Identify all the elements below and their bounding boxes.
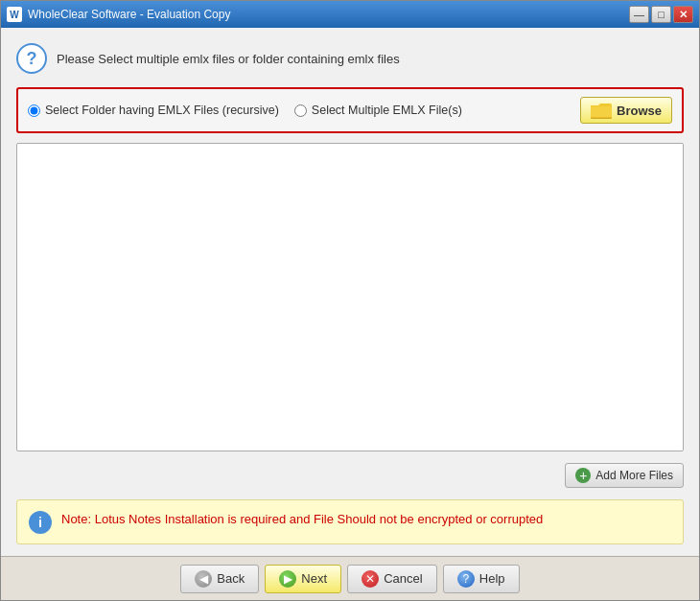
add-more-label: Add More Files xyxy=(595,469,673,482)
browse-label: Browse xyxy=(617,104,662,118)
next-label: Next xyxy=(301,571,327,586)
help-button[interactable]: ? Help xyxy=(443,565,520,593)
next-icon: ▶ xyxy=(279,570,296,588)
window-title: WholeClear Software - Evaluation Copy xyxy=(28,8,230,21)
cancel-button[interactable]: ✕ Cancel xyxy=(347,565,436,593)
svg-rect-3 xyxy=(591,106,612,117)
browse-button[interactable]: Browse xyxy=(580,97,672,124)
maximize-button[interactable]: □ xyxy=(651,6,671,23)
plus-icon: + xyxy=(575,468,591,483)
back-icon: ◀ xyxy=(195,570,212,588)
close-button[interactable]: ✕ xyxy=(673,6,693,23)
radio-folder-input[interactable] xyxy=(28,104,40,117)
bottom-bar: ◀ Back ▶ Next ✕ Cancel ? Help xyxy=(1,556,699,600)
header-row: ? Please Select multiple emlx files or f… xyxy=(16,39,684,78)
minimize-button[interactable]: — xyxy=(629,6,649,23)
help-icon: ? xyxy=(457,570,475,588)
back-label: Back xyxy=(217,571,245,586)
radio-files-option[interactable]: Select Multiple EMLX File(s) xyxy=(294,104,462,117)
back-button[interactable]: ◀ Back xyxy=(180,565,259,593)
selection-bar: Select Folder having EMLX Files (recursi… xyxy=(16,87,684,133)
window-controls: — □ ✕ xyxy=(629,6,693,23)
title-bar: W WholeClear Software - Evaluation Copy … xyxy=(1,1,699,28)
radio-files-input[interactable] xyxy=(294,104,307,117)
add-more-row: + Add More Files xyxy=(16,461,684,490)
help-label: Help xyxy=(479,571,505,586)
next-button[interactable]: ▶ Next xyxy=(265,565,341,593)
folder-icon xyxy=(591,102,612,119)
app-icon: W xyxy=(7,7,22,22)
header-text: Please Select multiple emlx files or fol… xyxy=(57,52,400,66)
radio-group: Select Folder having EMLX Files (recursi… xyxy=(28,104,565,117)
file-list-area[interactable] xyxy=(16,143,684,451)
content-area: ? Please Select multiple emlx files or f… xyxy=(1,28,699,556)
cancel-label: Cancel xyxy=(384,571,422,586)
note-text: Note: Lotus Notes Installation is requir… xyxy=(61,510,543,529)
main-window: W WholeClear Software - Evaluation Copy … xyxy=(0,0,700,601)
cancel-icon: ✕ xyxy=(362,570,379,588)
question-icon: ? xyxy=(16,43,47,74)
add-more-files-button[interactable]: + Add More Files xyxy=(565,463,684,488)
title-bar-left: W WholeClear Software - Evaluation Copy xyxy=(7,7,230,22)
radio-folder-option[interactable]: Select Folder having EMLX Files (recursi… xyxy=(28,104,279,117)
radio-folder-label: Select Folder having EMLX Files (recursi… xyxy=(45,104,279,117)
info-icon: i xyxy=(29,511,52,534)
radio-files-label: Select Multiple EMLX File(s) xyxy=(312,104,462,117)
note-area: i Note: Lotus Notes Installation is requ… xyxy=(16,499,684,544)
